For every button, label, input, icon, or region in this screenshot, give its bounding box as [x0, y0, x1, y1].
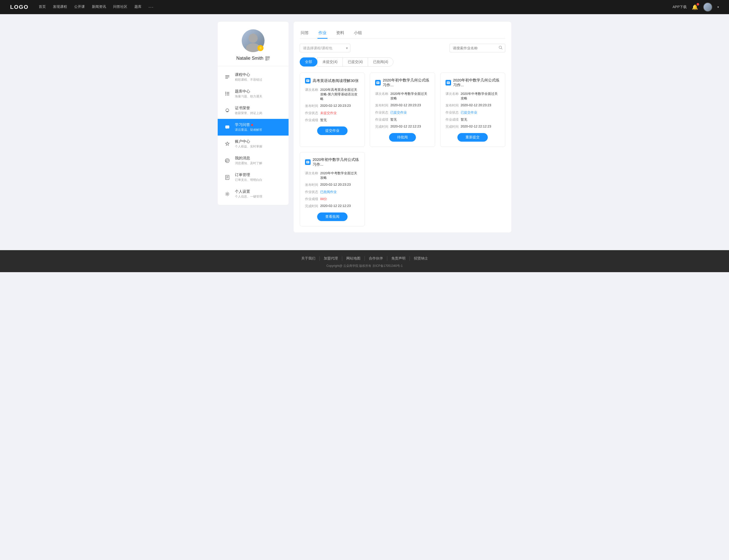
footer-link-franchise[interactable]: 加盟代理	[320, 256, 342, 261]
homework-card-1: 高考英语试卷阅读理解30张 课次名称 2020年高考英语全面过关攻略-第六期零基…	[300, 73, 365, 147]
hw4-title-row: 2020年初中数学几何公式练习作...	[305, 157, 359, 167]
qa-sub: 课后重温、疑难解答	[235, 128, 282, 132]
hw3-course-value: 2020年中考数学全面过关攻略	[461, 92, 500, 101]
svg-rect-11	[269, 60, 269, 60]
sidebar-item-question-bank[interactable]: 题库中心 海量习题、助力通关	[218, 85, 288, 102]
svg-rect-42	[307, 162, 309, 162]
navbar: LOGO 首页 发现课程 公开课 新闻资讯 问答社区 题库 ··· APP下载 …	[0, 0, 729, 14]
hw3-course-label: 课次名称	[446, 92, 459, 101]
status-tab-all[interactable]: 全部	[300, 57, 317, 67]
hw2-complete-value: 2020-02-12 22:12:23	[390, 124, 421, 129]
svg-rect-10	[268, 60, 268, 60]
status-tab-not-submitted[interactable]: 未提交(4)	[317, 57, 343, 67]
certificate-icon	[224, 107, 231, 114]
nav-question-bank[interactable]: 题库	[134, 5, 141, 10]
sidebar-item-orders[interactable]: 订单管理 订单支出、明明白白	[218, 169, 288, 186]
hw2-status-label: 作业状态	[375, 110, 388, 115]
sidebar-item-certificate[interactable]: 证书荣誉 收获荣誉、持证上岗	[218, 102, 288, 119]
sidebar-item-qa[interactable]: 学习问答 课后重温、疑难解答	[218, 119, 288, 136]
hw2-complete-label: 完成时间	[375, 124, 388, 129]
svg-rect-9	[269, 59, 269, 59]
hw1-title-row: 高考英语试卷阅读理解30张	[305, 78, 359, 83]
qa-icon	[224, 124, 231, 131]
tab-materials[interactable]: 资料	[335, 28, 345, 38]
svg-rect-7	[266, 59, 267, 60]
bell-badge	[697, 3, 699, 6]
account-icon	[224, 140, 231, 147]
sidebar-profile: ⭐ Natalie Smith	[218, 22, 288, 66]
footer-link-disclaimer[interactable]: 免责声明	[387, 256, 410, 261]
homework-card-4: 2020年初中数学几何公式练习作... 课次名称 2020年中考数学全面过关攻略…	[300, 152, 365, 226]
hw2-course-label: 课次名称	[375, 92, 388, 101]
hw2-icon	[375, 80, 381, 85]
svg-rect-28	[226, 178, 227, 179]
hw2-publish-label: 发布时间	[375, 103, 388, 108]
hw4-btn-wrap: 查看批阅	[305, 212, 359, 221]
hw3-resubmit-button[interactable]: 重新提交	[458, 133, 488, 142]
footer-link-jobs[interactable]: 招贤纳士	[410, 256, 432, 261]
nav-bell-icon[interactable]: 🔔	[692, 4, 698, 10]
search-input[interactable]	[450, 44, 505, 52]
hw4-status-value: 已批阅作业	[320, 190, 337, 194]
sidebar-item-course-center[interactable]: 课程中心 精彩课程、不容错过	[218, 69, 288, 85]
hw1-score-row: 作业成绩 暂无	[305, 118, 359, 122]
hw2-publish-value: 2020-02-12 20:23:23	[390, 103, 421, 108]
hw1-score-value: 暂无	[320, 118, 327, 122]
svg-line-31	[502, 48, 503, 49]
hw2-complete-row: 完成时间 2020-02-12 22:12:23	[375, 124, 430, 129]
hw3-score-row: 作业成绩 暂无	[446, 117, 500, 122]
hw1-publish-label: 发布时间	[305, 104, 318, 108]
orders-icon	[224, 174, 231, 181]
nav-news[interactable]: 新闻资讯	[92, 5, 106, 10]
nav-courses[interactable]: 发现课程	[53, 5, 67, 10]
filter-row: 请选择课程/课程包	[300, 44, 505, 52]
nav-qa[interactable]: 问答社区	[113, 5, 127, 10]
nav-more[interactable]: ···	[149, 5, 154, 10]
sidebar-item-messages[interactable]: 我的消息 消息通知、及时了解	[218, 152, 288, 169]
footer-link-sitemap[interactable]: 网站地图	[342, 256, 365, 261]
nav-avatar[interactable]	[703, 3, 712, 12]
account-title: 账户中心	[235, 139, 282, 144]
course-select-wrap: 请选择课程/课程包	[300, 44, 350, 52]
footer-link-partners[interactable]: 合作伙伴	[365, 256, 387, 261]
nav-app-download[interactable]: APP下载	[673, 5, 687, 9]
hw2-status-value: 已提交作业	[390, 110, 407, 115]
nav-logo: LOGO	[10, 4, 29, 10]
svg-rect-43	[307, 162, 308, 163]
hw1-score-label: 作业成绩	[305, 118, 318, 122]
status-tabs: 全部 未提交(4) 已提交(4) 已批阅(4)	[300, 57, 505, 67]
main-container: ⭐ Natalie Smith	[213, 14, 516, 240]
hw3-score-label: 作业成绩	[446, 117, 459, 122]
svg-rect-15	[225, 78, 228, 78]
footer-link-about[interactable]: 关于我们	[297, 256, 320, 261]
nav-chevron-icon[interactable]: ▾	[717, 5, 719, 9]
account-text: 账户中心 个人权益、实时掌握	[235, 139, 282, 149]
tab-homework[interactable]: 作业	[317, 28, 327, 38]
hw3-status-value: 已提交作业	[461, 110, 477, 115]
profile-qr-icon[interactable]	[265, 56, 270, 61]
hw2-publish-row: 发布时间 2020-02-12 20:23:23	[375, 103, 430, 108]
search-icon[interactable]	[499, 46, 503, 51]
settings-sub: 个人信息、一键管理	[235, 195, 282, 199]
nav-home[interactable]: 首页	[39, 5, 46, 10]
footer: 关于我们 加盟代理 网站地图 合作伙伴 免责声明 招贤纳士 Copyright@…	[0, 250, 729, 272]
hw4-view-review-button[interactable]: 查看批阅	[317, 212, 347, 221]
tab-groups[interactable]: 小组	[353, 28, 363, 38]
hw4-course-row: 课次名称 2020年中考数学全面过关攻略	[305, 171, 359, 180]
hw2-pending-button[interactable]: 待批阅	[389, 133, 416, 142]
hw3-complete-label: 完成时间	[446, 124, 459, 129]
status-tab-submitted[interactable]: 已提交(4)	[342, 57, 368, 67]
status-tab-reviewed[interactable]: 已批阅(4)	[368, 57, 394, 67]
course-select[interactable]: 请选择课程/课程包	[300, 44, 350, 52]
hw3-status-row: 作业状态 已提交作业	[446, 110, 500, 115]
footer-links: 关于我们 加盟代理 网站地图 合作伙伴 免责声明 招贤纳士	[5, 256, 724, 261]
tab-qa[interactable]: 问答	[300, 28, 310, 38]
hw3-btn-wrap: 重新提交	[446, 133, 500, 142]
course-center-icon	[224, 74, 231, 81]
sidebar-item-settings[interactable]: 个人设置 个人信息、一键管理	[218, 186, 288, 202]
sidebar-item-account[interactable]: 账户中心 个人权益、实时掌握	[218, 136, 288, 152]
certificate-title: 证书荣誉	[235, 106, 282, 111]
course-center-sub: 精彩课程、不容错过	[235, 78, 282, 82]
nav-open-courses[interactable]: 公开课	[74, 5, 85, 10]
hw1-submit-button[interactable]: 提交作业	[317, 126, 347, 135]
